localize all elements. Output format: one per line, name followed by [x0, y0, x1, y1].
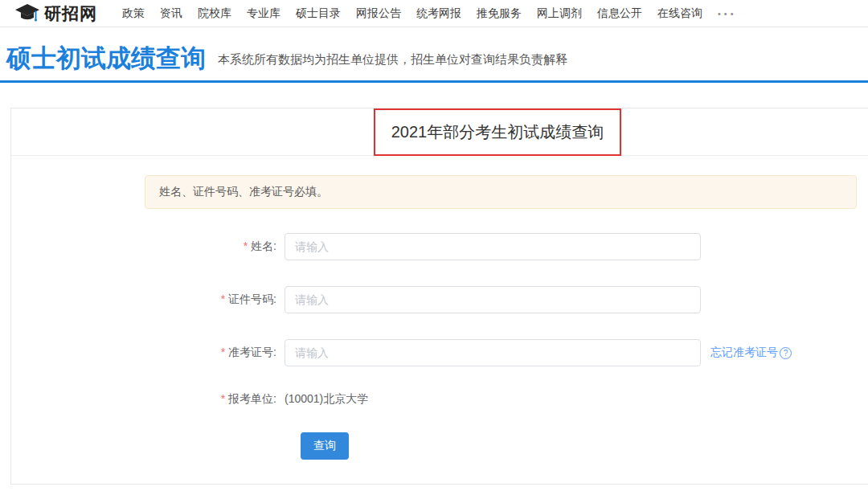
accent-divider: [0, 80, 868, 83]
form-row-id-number: *证件号码:: [11, 286, 868, 313]
question-circle-icon: ?: [780, 347, 792, 359]
top-navbar: 研招网 政策资讯院校库专业库硕士目录网报公告统考网报推免服务网上调剂信息公开在线…: [0, 0, 868, 27]
ticket-number-input[interactable]: [285, 339, 701, 366]
query-form: *姓名: *证件号码: *准考证号: 忘记准考证号?: [11, 233, 868, 460]
required-asterisk: *: [221, 346, 225, 358]
id-number-input[interactable]: [285, 286, 701, 313]
name-label: *姓名:: [11, 239, 276, 254]
ticket-number-label: *准考证号:: [11, 346, 276, 360]
page-header: 硕士初试成绩查询 本系统所有数据均为招生单位提供，招生单位对查询结果负责解释: [0, 27, 868, 80]
unit-value: (10001)北京大学: [285, 392, 368, 407]
nav-item-0[interactable]: 政策: [122, 6, 145, 21]
nav-item-2[interactable]: 院校库: [198, 6, 231, 21]
nav-item-1[interactable]: 资讯: [160, 6, 182, 21]
required-fields-alert: 姓名、证件号码、准考证号必填。: [145, 175, 857, 209]
submit-row: 查询: [301, 432, 868, 460]
query-button[interactable]: 查询: [301, 432, 349, 460]
form-row-ticket-number: *准考证号: 忘记准考证号?: [11, 339, 868, 366]
required-asterisk: *: [244, 239, 248, 252]
card-title: 2021年部分考生初试成绩查询: [391, 123, 604, 141]
id-number-label: *证件号码:: [11, 292, 276, 307]
required-asterisk: *: [221, 392, 225, 405]
nav-item-7[interactable]: 推免服务: [477, 6, 522, 21]
name-input[interactable]: [285, 233, 701, 260]
card-header: 2021年部分考生初试成绩查询: [11, 108, 868, 156]
form-row-unit: *报考单位: (10001)北京大学: [11, 392, 868, 407]
unit-label: *报考单位:: [11, 392, 276, 407]
nav-item-6[interactable]: 统考网报: [416, 6, 461, 21]
nav-item-9[interactable]: 信息公开: [597, 6, 642, 21]
nav-item-10[interactable]: 在线咨询: [657, 6, 702, 21]
form-row-name: *姓名:: [11, 233, 868, 260]
page-subtitle: 本系统所有数据均为招生单位提供，招生单位对查询结果负责解释: [218, 52, 567, 72]
page-title: 硕士初试成绩查询: [6, 45, 206, 72]
nav-item-5[interactable]: 网报公告: [356, 6, 401, 21]
title-annotation-box: 2021年部分考生初试成绩查询: [374, 108, 622, 156]
nav-item-4[interactable]: 硕士目录: [296, 6, 341, 21]
nav-more-button[interactable]: •••: [718, 9, 737, 18]
nav-item-8[interactable]: 网上调剂: [537, 6, 582, 21]
required-asterisk: *: [221, 292, 225, 305]
logo-text[interactable]: 研招网: [44, 2, 97, 25]
alert-text: 姓名、证件号码、准考证号必填。: [159, 185, 328, 199]
nav-item-3[interactable]: 专业库: [247, 6, 280, 21]
forgot-ticket-link[interactable]: 忘记准考证号?: [710, 346, 792, 360]
nav-menu: 政策资讯院校库专业库硕士目录网报公告统考网报推免服务网上调剂信息公开在线咨询: [107, 6, 702, 21]
site-logo[interactable]: 研招网: [14, 2, 97, 25]
graduation-cap-icon: [14, 3, 40, 24]
query-card: 2021年部分考生初试成绩查询 姓名、证件号码、准考证号必填。 *姓名: *证件…: [10, 108, 868, 485]
